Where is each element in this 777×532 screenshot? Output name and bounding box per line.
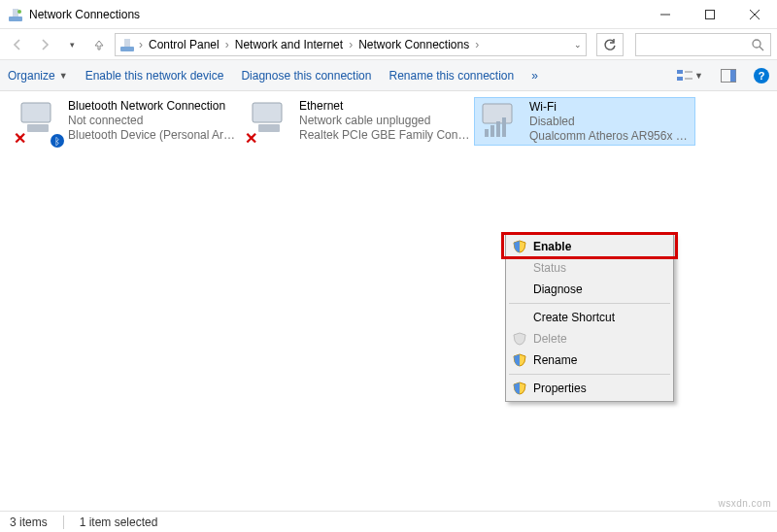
search-icon	[751, 38, 764, 51]
menu-item-enable[interactable]: Enable	[508, 236, 671, 257]
connection-device: Realtek PCIe GBE Family Controller	[299, 128, 470, 143]
menu-item-label: Rename	[533, 353, 577, 367]
svg-rect-25	[502, 117, 506, 137]
error-overlay-icon: ✕	[14, 129, 26, 148]
menu-item-diagnose[interactable]: Diagnose	[508, 279, 671, 300]
shield-icon	[512, 353, 527, 367]
adapter-icon: ✕ ᛒ	[16, 99, 62, 146]
watermark: wsxdn.com	[718, 498, 771, 509]
shield-icon	[512, 240, 527, 253]
organize-menu[interactable]: Organize▼	[8, 69, 68, 83]
menu-item-rename[interactable]: Rename	[508, 349, 671, 371]
breadcrumb-item[interactable]: Network and Internet	[233, 38, 345, 51]
search-input[interactable]	[635, 33, 771, 56]
svg-point-9	[753, 40, 760, 48]
svg-rect-22	[485, 129, 489, 137]
connection-item-wifi[interactable]: Wi-Fi Disabled Qualcomm Atheros AR956x W…	[474, 97, 695, 146]
separator	[63, 515, 64, 529]
menu-item-label: Properties	[533, 382, 587, 395]
svg-rect-24	[496, 121, 500, 137]
svg-rect-23	[490, 125, 494, 137]
svg-rect-11	[677, 70, 683, 74]
content-area: ✕ ᛒ Bluetooth Network Connection Not con…	[0, 91, 777, 509]
menu-item-status: Status	[508, 257, 671, 279]
svg-rect-21	[483, 104, 512, 123]
svg-rect-0	[9, 17, 22, 21]
svg-rect-19	[253, 103, 282, 122]
chevron-right-icon: ›	[137, 38, 145, 51]
svg-line-10	[760, 47, 763, 50]
svg-rect-18	[27, 124, 49, 132]
shield-icon	[512, 382, 527, 395]
connection-status: Disabled	[529, 115, 693, 129]
maximize-button[interactable]	[688, 0, 732, 29]
close-button[interactable]	[732, 0, 777, 29]
menu-separator	[509, 374, 670, 375]
refresh-button[interactable]	[596, 33, 624, 56]
breadcrumb-item[interactable]: Control Panel	[147, 38, 221, 51]
rename-connection-button[interactable]: Rename this connection	[388, 69, 514, 83]
overflow-button[interactable]: »	[531, 69, 538, 83]
menu-item-label: Status	[533, 261, 566, 275]
bluetooth-overlay-icon: ᛒ	[51, 134, 64, 148]
connection-name: Bluetooth Network Connection	[68, 99, 239, 114]
connection-status: Not connected	[68, 114, 239, 128]
adapter-icon	[477, 100, 524, 147]
svg-point-2	[17, 10, 21, 14]
svg-rect-17	[21, 103, 51, 122]
svg-rect-4	[706, 10, 715, 18]
command-bar: Organize▼ Enable this network device Dia…	[0, 60, 777, 91]
svg-rect-12	[677, 77, 683, 81]
path-dropdown[interactable]: ⌄	[574, 40, 582, 50]
up-button[interactable]	[87, 33, 111, 56]
address-bar: ▾ › Control Panel › Network and Internet…	[0, 29, 777, 60]
svg-rect-20	[258, 124, 280, 132]
connection-item-ethernet[interactable]: ✕ Ethernet Network cable unplugged Realt…	[245, 97, 472, 146]
context-menu: Enable Status Diagnose Create Shortcut D…	[505, 233, 674, 402]
connection-status: Network cable unplugged	[299, 114, 470, 128]
connection-device: Bluetooth Device (Personal Area ...	[68, 128, 239, 143]
view-options-button[interactable]: ▼	[677, 69, 703, 83]
history-dropdown[interactable]: ▾	[60, 33, 84, 56]
svg-rect-1	[13, 9, 18, 17]
menu-item-label: Delete	[533, 332, 567, 346]
help-button[interactable]: ?	[754, 68, 769, 83]
chevron-right-icon: ›	[347, 38, 355, 51]
preview-pane-button[interactable]	[721, 69, 736, 83]
connection-name: Ethernet	[299, 99, 470, 114]
shield-icon	[512, 332, 527, 346]
minimize-button[interactable]	[643, 0, 688, 29]
breadcrumb-item[interactable]: Network Connections	[356, 38, 471, 51]
menu-item-delete: Delete	[508, 328, 671, 349]
title-bar: Network Connections	[0, 0, 777, 29]
menu-item-label: Enable	[533, 240, 571, 253]
svg-rect-8	[124, 39, 130, 47]
chevron-right-icon: ›	[473, 38, 481, 51]
app-icon	[8, 7, 23, 22]
menu-item-label: Diagnose	[533, 283, 583, 296]
status-item-count: 3 items	[10, 515, 48, 529]
chevron-right-icon: ›	[223, 38, 231, 51]
connection-name: Wi-Fi	[529, 100, 693, 115]
adapter-icon: ✕	[247, 99, 293, 146]
forward-button[interactable]	[33, 33, 56, 56]
window-title: Network Connections	[29, 8, 140, 21]
status-selection-count: 1 item selected	[80, 515, 158, 529]
status-bar: 3 items 1 item selected	[0, 511, 777, 532]
connection-item-bluetooth[interactable]: ✕ ᛒ Bluetooth Network Connection Not con…	[14, 97, 241, 146]
enable-device-button[interactable]: Enable this network device	[85, 69, 224, 83]
menu-separator	[509, 303, 670, 304]
error-overlay-icon: ✕	[245, 129, 257, 148]
diagnose-connection-button[interactable]: Diagnose this connection	[241, 69, 371, 83]
connection-device: Qualcomm Atheros AR956x Wirel...	[529, 129, 693, 144]
breadcrumb-root-icon	[119, 37, 135, 52]
svg-rect-16	[730, 70, 736, 82]
menu-item-label: Create Shortcut	[533, 311, 615, 324]
menu-item-create-shortcut[interactable]: Create Shortcut	[508, 307, 671, 328]
svg-rect-7	[120, 47, 134, 51]
back-button[interactable]	[6, 33, 29, 56]
menu-item-properties[interactable]: Properties	[508, 378, 671, 399]
breadcrumb[interactable]: › Control Panel › Network and Internet ›…	[115, 33, 587, 56]
